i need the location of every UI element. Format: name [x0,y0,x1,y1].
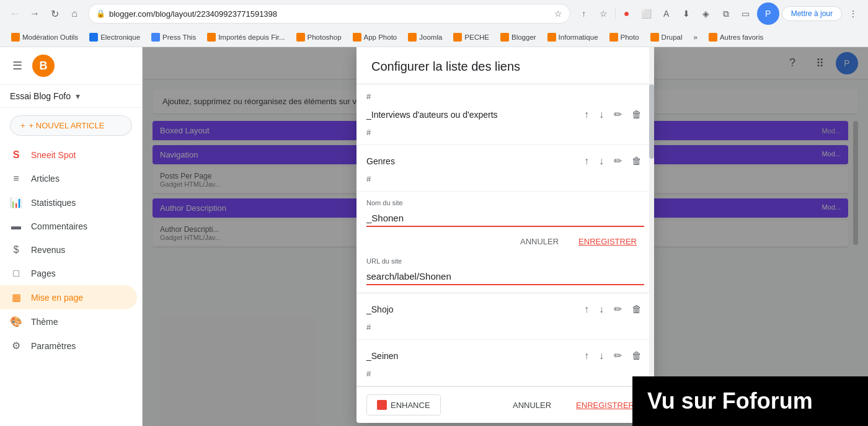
opera-icon[interactable]: ● [618,5,636,22]
address-bar[interactable]: 🔒 blogger.com/blog/layout/22340992377159… [88,4,570,24]
bookmark-peche[interactable]: PECHE [448,31,494,43]
sidebar-item-pages[interactable]: □ Pages [0,262,137,285]
link-edit-button-shojo[interactable]: ✏ [611,302,624,316]
bookmark-blogger[interactable]: Blogger [495,31,541,43]
link-delete-button-genres[interactable]: 🗑 [629,154,644,168]
bookmark-appphoto[interactable]: App Photo [348,31,402,43]
bookmark-informatique[interactable]: Informatique [542,31,603,43]
bookmark-photoshop[interactable]: Photoshop [291,31,347,43]
forward-button[interactable]: → [26,5,43,22]
link-delete-button-seinen[interactable]: 🗑 [629,349,644,363]
link-up-button-shojo[interactable]: ↑ [582,303,591,316]
link-delete-button-shojo[interactable]: 🗑 [629,303,644,316]
edit-form-shonen: Nom du site ANNULER ENREGISTRER URL du s… [356,192,654,293]
site-url-input[interactable] [366,268,644,285]
browser-toolbar: ← → ↻ ⌂ 🔒 blogger.com/blog/layout/223409… [0,0,868,27]
bookmark-drupal[interactable]: Drupal [645,31,688,43]
bookmark-photo[interactable]: Photo [604,31,644,43]
extensions-icon[interactable]: ⧉ [717,5,735,22]
pages-icon: □ [10,268,22,279]
share-icon[interactable]: ↑ [575,5,593,22]
sidebar-item-revenus[interactable]: $ Revenus [0,238,137,262]
update-button[interactable]: Mettre à jour [782,6,842,21]
address-text: blogger.com/blog/layout/2234099237715913… [109,9,551,19]
statistiques-icon: 📊 [10,197,22,208]
sidebar-item-sneeit[interactable]: S Sneeit Spot [0,143,142,167]
link-row-interviews: _Interviews d'auteurs ou d'experts ↑ ↓ ✏… [366,104,644,125]
link-row-seinen: _Seinen ↑ ↓ ✏ 🗑 [366,345,644,366]
bookmark-icon-blogger [500,33,509,42]
blogger-logo: B [32,55,55,77]
site-name-input[interactable] [366,210,644,227]
commentaires-icon: ▬ [10,221,22,232]
home-button[interactable]: ⌂ [66,5,83,22]
link-down-button-interviews[interactable]: ↓ [596,108,606,122]
star-icon[interactable]: ☆ [554,9,562,19]
sidebar-item-statistiques[interactable]: 📊 Statistiques [0,190,137,215]
blog-selector[interactable]: Essai Blog Fofo ▾ [0,85,142,108]
annuler-name-button[interactable]: ANNULER [513,233,566,250]
parametres-icon: ⚙ [10,340,22,352]
tablet-icon[interactable]: ▭ [737,5,755,22]
link-down-button-shojo[interactable]: ↓ [596,303,606,316]
bookmark-joomla[interactable]: Joomla [403,31,447,43]
bookmark-importes[interactable]: Importés depuis Fir... [202,31,290,43]
chevron-down-icon: ▾ [76,91,80,101]
download-icon[interactable]: ⬇ [678,5,695,22]
new-article-button[interactable]: + + NOUVEL ARTICLE [10,115,132,136]
back-button[interactable]: ← [6,5,24,22]
bookmark-icon[interactable]: ☆ [595,5,613,22]
link-edit-button-interviews[interactable]: ✏ [611,107,624,122]
sidebar-item-parametres[interactable]: ⚙ Paramètres [0,334,137,358]
nav-buttons: ← → ↻ ⌂ [6,5,83,22]
enregistrer-name-button[interactable]: ENREGISTRER [571,233,644,250]
bookmark-autres[interactable]: Autres favoris [704,31,768,43]
extension-icon[interactable]: ⬜ [638,5,655,22]
link-delete-button-interviews[interactable]: 🗑 [629,108,644,122]
link-edit-button-seinen[interactable]: ✏ [611,348,624,363]
modal-configure-links: Configurer la liste des liens # _Intervi… [356,47,654,423]
modal-body[interactable]: # _Interviews d'auteurs ou d'experts ↑ ↓… [356,84,654,386]
link-section-seinen: _Seinen ↑ ↓ ✏ 🗑 # [356,340,654,386]
link-down-button-seinen[interactable]: ↓ [596,349,606,363]
link-up-button-seinen[interactable]: ↑ [582,349,591,363]
lock-icon: 🔒 [96,9,105,18]
bookmark-icon-electronique [89,33,98,42]
bookmark-icon-peche [453,33,462,42]
bookmark-more[interactable]: » [689,32,702,43]
annuler-footer-button[interactable]: ANNULER [503,396,561,415]
link-section-genres: Genres ↑ ↓ ✏ 🗑 # [356,145,654,192]
sidebar-item-articles[interactable]: ≡ Articles [0,167,137,190]
modal-footer: ENHANCE ANNULER ENREGISTRER [356,386,654,423]
sidebar-item-mise-en-page[interactable]: ▦ Mise en page [0,285,137,309]
app-container: ☰ B Essai Blog Fofo ▾ + + NOUVEL ARTICLE… [0,47,868,426]
link-down-button-genres[interactable]: ↓ [596,154,606,168]
bookmark-electronique[interactable]: Electronique [84,31,145,43]
link-edit-button-genres[interactable]: ✏ [611,154,624,168]
refresh-button[interactable]: ↻ [46,5,63,22]
sidebar-item-theme[interactable]: 🎨 Thème [0,309,137,334]
hamburger-button[interactable]: ☰ [10,56,25,75]
enhance-button[interactable]: ENHANCE [366,394,441,415]
translate-icon[interactable]: A [658,5,675,22]
bookmark-pressthis[interactable]: Press This [146,31,201,43]
link-up-button-interviews[interactable]: ↑ [582,108,591,122]
bookmark-moderation[interactable]: Modération Outils [6,31,83,43]
link-row-genres: Genres ↑ ↓ ✏ 🗑 [366,150,644,172]
articles-icon: ≡ [10,173,22,184]
sidebar-item-commentaires[interactable]: ▬ Commentaires [0,215,137,238]
enhance-icon [377,400,387,410]
modal-scrollbar[interactable] [649,47,654,423]
link-actions-genres: ↑ ↓ ✏ 🗑 [582,154,644,168]
user-avatar[interactable]: P [757,2,779,25]
bookmark-icon-drupal [650,33,659,42]
link-up-button-genres[interactable]: ↑ [582,154,591,168]
bookmark-icon-importes [207,33,216,42]
bookmark-icon-appphoto [353,33,361,42]
wallet-icon[interactable]: ◈ [698,5,715,22]
link-section-interviews: # _Interviews d'auteurs ou d'experts ↑ ↓… [356,84,654,145]
hash-label-genres: # [366,172,644,186]
hash-label-1b: # [366,125,644,140]
menu-icon[interactable]: ⋮ [844,5,862,22]
link-name-seinen: _Seinen [366,351,398,361]
